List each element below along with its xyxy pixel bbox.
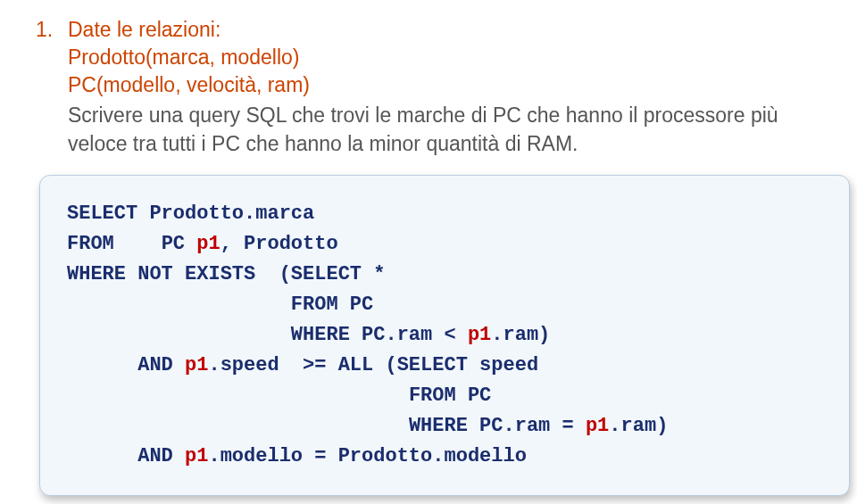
txt-ram-close1: .ram) bbox=[491, 324, 550, 346]
question-header: 1.Date le relazioni: bbox=[36, 16, 821, 44]
txt-speed-all: .speed >= ALL (SELECT speed bbox=[208, 354, 538, 376]
txt-ram-close2: .ram) bbox=[609, 415, 668, 437]
pad bbox=[67, 445, 137, 467]
pad bbox=[67, 293, 291, 316]
kw-where: WHERE bbox=[67, 263, 126, 285]
question-number: 1. bbox=[36, 16, 68, 44]
schema-line-1: Prodotto(marca, modello) bbox=[68, 44, 821, 71]
kw-and2: AND bbox=[137, 445, 185, 467]
txt-where-ram-lt: WHERE PC.ram < bbox=[291, 324, 468, 346]
pad bbox=[67, 384, 409, 407]
sp bbox=[114, 233, 162, 255]
txt-comma-prodotto: , Prodotto bbox=[220, 233, 338, 255]
kw-and1: AND bbox=[137, 354, 185, 376]
txt-where-ram-eq: WHERE PC.ram = bbox=[409, 415, 586, 437]
txt-pc: PC bbox=[162, 233, 197, 255]
alias-p1-2: p1 bbox=[468, 324, 491, 346]
txt-not-exists: NOT EXISTS (SELECT * bbox=[126, 263, 385, 285]
sql-code-block: SELECT Prodotto.marca FROM PC p1, Prodot… bbox=[39, 175, 850, 497]
kw-from: FROM bbox=[67, 233, 114, 255]
pad bbox=[67, 354, 137, 376]
pad bbox=[67, 324, 291, 346]
txt-from-pc2: FROM PC bbox=[409, 384, 491, 407]
schema-line-2: PC(modello, velocità, ram) bbox=[68, 71, 821, 99]
question-body: Scrivere una query SQL che trovi le marc… bbox=[68, 101, 821, 158]
alias-p1-1: p1 bbox=[196, 233, 220, 255]
alias-p1-3: p1 bbox=[185, 354, 208, 376]
question-prompt: Date le relazioni: bbox=[68, 16, 220, 44]
alias-p1-5: p1 bbox=[185, 445, 208, 467]
alias-p1-4: p1 bbox=[586, 415, 609, 437]
kw-select: SELECT bbox=[67, 202, 137, 225]
pad bbox=[67, 415, 409, 437]
txt-modello: .modello = Prodotto.modello bbox=[208, 445, 526, 467]
txt-from-pc1: FROM PC bbox=[291, 293, 373, 316]
txt-prodotto-marca: Prodotto.marca bbox=[137, 202, 314, 225]
